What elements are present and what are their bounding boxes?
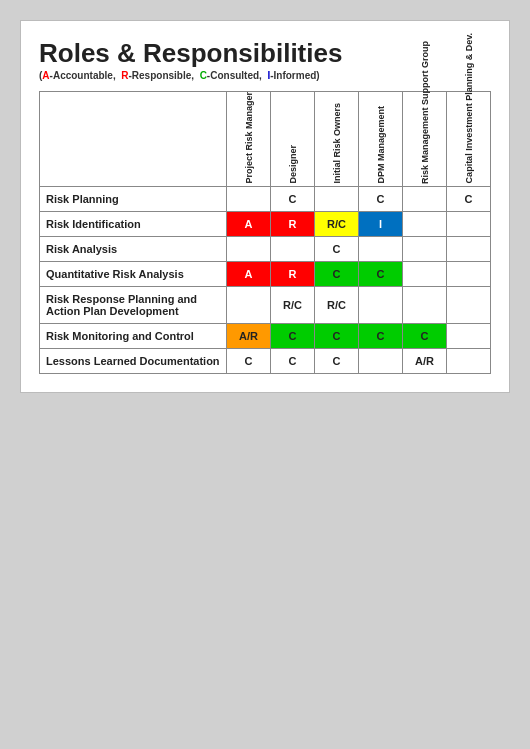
cell-value: R xyxy=(271,236,315,261)
cell-value: R/C xyxy=(315,286,359,323)
cell-value: I xyxy=(359,211,403,236)
cell-value xyxy=(403,236,447,261)
raci-table: Project Risk Manager Designer Initial Ri… xyxy=(39,91,491,374)
legend-c: C xyxy=(200,70,207,81)
row-label: Risk Response Planning and Action Plan D… xyxy=(40,286,227,323)
cell-value: C xyxy=(359,261,403,286)
cell-value: A xyxy=(227,211,271,236)
row-label: Risk Monitoring and Control xyxy=(40,323,227,348)
row-label: Risk Analysis xyxy=(40,236,227,261)
row-label: Risk Identification xyxy=(40,211,227,236)
cell-value: A xyxy=(227,186,271,211)
table-header-row: Project Risk Manager Designer Initial Ri… xyxy=(40,91,491,186)
cell-value xyxy=(447,236,491,261)
col-header-task xyxy=(40,91,227,186)
col-header-ci: Capital Investment Planning & Dev. xyxy=(447,91,491,186)
col-header-designer: Designer xyxy=(271,91,315,186)
legend-a: A xyxy=(42,70,49,81)
cell-value: R/C xyxy=(271,286,315,323)
cell-value xyxy=(447,261,491,286)
legend-r: R xyxy=(121,70,128,81)
cell-value: I xyxy=(359,286,403,323)
cell-value: R xyxy=(271,261,315,286)
cell-value: C xyxy=(315,236,359,261)
cell-value: C xyxy=(447,186,491,211)
cell-value: A/R xyxy=(227,323,271,348)
cell-value: A xyxy=(227,286,271,323)
cell-value xyxy=(403,211,447,236)
row-label: Risk Planning xyxy=(40,186,227,211)
cell-value xyxy=(447,286,491,323)
col-header-pm: Project Risk Manager xyxy=(227,91,271,186)
row-label: Quantitative Risk Analysis xyxy=(40,261,227,286)
cell-value: A xyxy=(227,261,271,286)
table-row: Risk AnalysisARC xyxy=(40,236,491,261)
cell-value: R xyxy=(271,211,315,236)
table-row: Risk PlanningACCC xyxy=(40,186,491,211)
cell-value: A/R xyxy=(403,348,447,373)
table-row: Quantitative Risk AnalysisARCC xyxy=(40,261,491,286)
cell-value: C xyxy=(271,348,315,373)
col-header-iro: Initial Risk Owners xyxy=(315,91,359,186)
cell-value: R/C xyxy=(315,211,359,236)
cell-value: C xyxy=(271,323,315,348)
legend-i: I xyxy=(267,70,270,81)
cell-value xyxy=(315,186,359,211)
cell-value: C xyxy=(271,186,315,211)
cell-value: C xyxy=(359,323,403,348)
cell-value: C xyxy=(315,261,359,286)
cell-value xyxy=(403,186,447,211)
cell-value: C xyxy=(315,323,359,348)
cell-value: C xyxy=(227,348,271,373)
cell-value xyxy=(359,236,403,261)
cell-value xyxy=(403,261,447,286)
cell-value xyxy=(403,286,447,323)
col-header-dpm: DPM Management xyxy=(359,91,403,186)
table-row: Risk Response Planning and Action Plan D… xyxy=(40,286,491,323)
cell-value: A xyxy=(227,236,271,261)
cell-value: C xyxy=(359,186,403,211)
cell-value xyxy=(447,211,491,236)
col-header-rms: Risk Management Support Group xyxy=(403,91,447,186)
table-body: Risk PlanningACCCRisk IdentificationARR/… xyxy=(40,186,491,373)
cell-value xyxy=(447,323,491,348)
table-row: Risk IdentificationARR/CI xyxy=(40,211,491,236)
page-container: Roles & Responsibilities (A-Accountable,… xyxy=(20,20,510,393)
cell-value: C xyxy=(403,323,447,348)
row-label: Lessons Learned Documentation xyxy=(40,348,227,373)
cell-value: C xyxy=(315,348,359,373)
table-row: Risk Monitoring and ControlA/RCCCC xyxy=(40,323,491,348)
cell-value: I xyxy=(359,348,403,373)
cell-value xyxy=(447,348,491,373)
table-row: Lessons Learned DocumentationCCCIA/R xyxy=(40,348,491,373)
